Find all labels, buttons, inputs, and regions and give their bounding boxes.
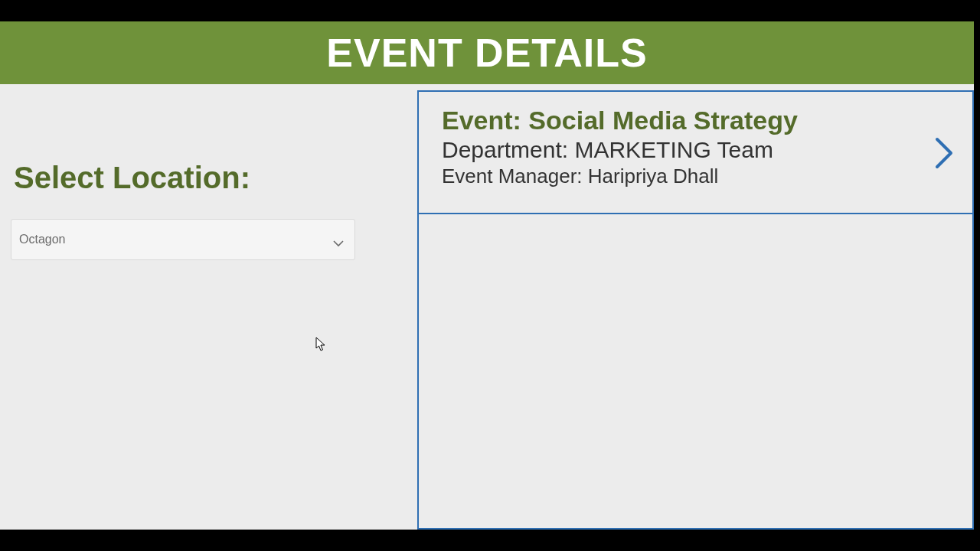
event-title-line: Event: Social Media Strategy	[442, 106, 911, 135]
event-card[interactable]: Event: Social Media Strategy Department:…	[419, 92, 972, 214]
event-name: Social Media Strategy	[528, 106, 797, 135]
chevron-right-icon[interactable]	[933, 136, 956, 170]
left-pane: Select Location: Octagon	[0, 84, 417, 530]
department-value: MARKETING Team	[574, 137, 773, 162]
page-title: EVENT DETAILS	[326, 30, 647, 76]
event-department-line: Department: MARKETING Team	[442, 137, 911, 163]
manager-prefix: Event Manager:	[442, 165, 588, 187]
event-prefix: Event:	[442, 106, 528, 135]
app-stage: EVENT DETAILS Select Location: Octagon E…	[0, 21, 974, 530]
event-manager-line: Event Manager: Haripriya Dhall	[442, 165, 911, 188]
department-prefix: Department:	[442, 137, 574, 162]
location-dropdown[interactable]: Octagon	[11, 219, 355, 260]
chevron-down-icon	[333, 236, 344, 243]
select-location-label: Select Location:	[14, 161, 250, 195]
right-pane: Event: Social Media Strategy Department:…	[417, 90, 974, 530]
manager-value: Haripriya Dhall	[588, 165, 719, 187]
location-dropdown-value: Octagon	[19, 233, 65, 246]
header-bar: EVENT DETAILS	[0, 21, 974, 84]
